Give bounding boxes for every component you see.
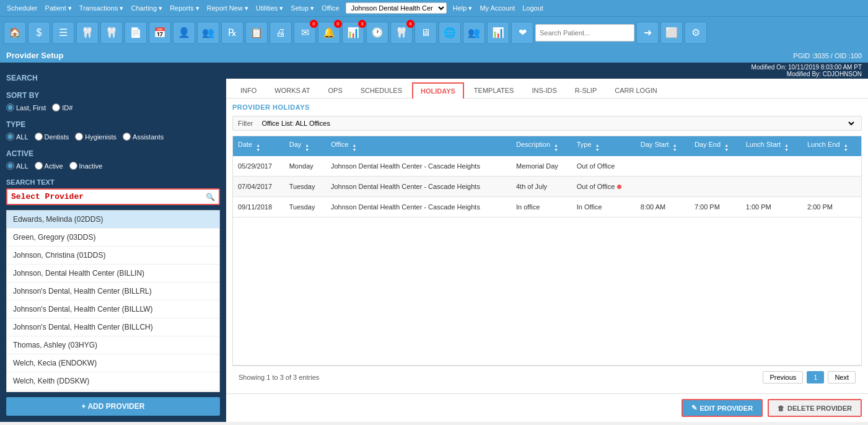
col-description[interactable]: Description ▲▼	[511, 136, 572, 156]
square-icon[interactable]: ⬜	[660, 22, 683, 44]
active-all[interactable]: ALL	[6, 162, 28, 170]
cell-description: Memorial Day	[511, 156, 572, 177]
nav-charting[interactable]: Charting ▾	[128, 3, 165, 14]
pencil-icon: ✎	[691, 404, 697, 412]
provider-item[interactable]: Edwards, Melinda (02DDS)	[7, 211, 219, 229]
previous-button[interactable]: Previous	[763, 371, 803, 383]
table-row[interactable]: 05/29/2017MondayJohnson Dental Health Ce…	[233, 156, 861, 177]
edit-provider-label: EDIT PROVIDER	[700, 405, 753, 412]
table-row[interactable]: 09/11/2018TuesdayJohnson Dental Health C…	[233, 197, 861, 217]
tooth2-icon[interactable]: 🦷	[100, 22, 123, 44]
tab-ops[interactable]: OPS	[320, 82, 351, 98]
provider-item[interactable]: Johnson's Dental, Health Center (BILLCH)	[7, 318, 219, 336]
user-gear-icon[interactable]: ⚙	[685, 22, 707, 44]
col-day[interactable]: Day ▲▼	[284, 136, 326, 156]
nav-my-account[interactable]: My Account	[476, 3, 518, 13]
trash-icon: 🗑	[778, 405, 784, 412]
edit-provider-button[interactable]: ✎ EDIT PROVIDER	[682, 399, 763, 417]
active-active[interactable]: Active	[35, 162, 63, 170]
nav-logout[interactable]: Logout	[519, 3, 546, 13]
type-assistants[interactable]: Assistants	[123, 133, 164, 141]
cell-date: 09/11/2018	[233, 197, 284, 217]
table-body: 05/29/2017MondayJohnson Dental Health Ce…	[233, 156, 861, 217]
col-office[interactable]: Office ▲▼	[326, 136, 511, 156]
nav-utilities[interactable]: Utilities ▾	[253, 3, 287, 14]
nav-patient[interactable]: Patient ▾	[42, 3, 75, 14]
globe-icon[interactable]: 🌐	[439, 22, 461, 44]
col-lunch-start[interactable]: Lunch Start ▲▼	[741, 136, 802, 156]
page-1-button[interactable]: 1	[807, 371, 824, 383]
list-icon[interactable]: ☰	[52, 22, 74, 44]
col-day-start[interactable]: Day Start ▲▼	[636, 136, 690, 156]
nav-transactions[interactable]: Transactions ▾	[76, 3, 127, 14]
nav-report-new[interactable]: Report New ▾	[204, 3, 252, 14]
search-patient-input[interactable]	[535, 24, 634, 42]
cell-lunch-end	[802, 156, 861, 177]
col-date[interactable]: Date ▲▼	[233, 136, 284, 156]
next-button[interactable]: Next	[828, 371, 856, 383]
type-row: ALL Dentists Hygienists Assistants	[6, 133, 220, 141]
col-day-end[interactable]: Day End ▲▼	[690, 136, 741, 156]
person-icon[interactable]: 👤	[173, 22, 195, 44]
home-icon[interactable]: 🏠	[4, 22, 26, 44]
users2-icon[interactable]: 👥	[463, 22, 485, 44]
notes-icon[interactable]: 📋	[245, 22, 268, 44]
mail-icon[interactable]: ✉0	[294, 22, 316, 44]
cell-lunch-start	[741, 156, 802, 177]
arrow-icon[interactable]: ➜	[636, 22, 659, 44]
monitor-icon[interactable]: 🖥	[414, 22, 437, 44]
nav-reports[interactable]: Reports ▾	[167, 3, 203, 14]
table-icon[interactable]: 📊	[487, 22, 509, 44]
doc-icon[interactable]: 📄	[125, 22, 147, 44]
office-dropdown[interactable]: Johnson Dental Health Cer	[346, 2, 447, 14]
search-button[interactable]: 🔍	[202, 190, 219, 204]
add-provider-button[interactable]: + ADD PROVIDER	[6, 397, 220, 416]
printer-icon[interactable]: 🖨	[270, 22, 292, 44]
type-all[interactable]: ALL	[6, 133, 28, 141]
provider-item[interactable]: Green, Gregory (03DDS)	[7, 229, 219, 247]
nav-scheduler[interactable]: Scheduler	[4, 3, 41, 13]
delete-provider-button[interactable]: 🗑 DELETE PROVIDER	[768, 399, 862, 417]
search-provider-input[interactable]	[7, 190, 202, 204]
active-row: ALL Active Inactive	[6, 162, 220, 170]
tab-carrlogin[interactable]: CARR LOGIN	[607, 82, 665, 98]
sort-id[interactable]: ID#	[52, 103, 72, 112]
tab-templates[interactable]: TEMPLATES	[466, 82, 522, 98]
dollar-icon[interactable]: $	[28, 22, 50, 44]
provider-item[interactable]: Johnson's Dental, Health Center (BILLLW)	[7, 300, 219, 318]
bell-icon[interactable]: 🔔0	[318, 22, 340, 44]
calendar-icon[interactable]: 📅	[149, 22, 171, 44]
tab-info[interactable]: INFO	[232, 82, 265, 98]
col-type[interactable]: Type ▲▼	[572, 136, 636, 156]
filter-label: Filter	[238, 120, 253, 127]
tab-insids[interactable]: INS-IDS	[524, 82, 564, 98]
table-row[interactable]: 07/04/2017TuesdayJohnson Dental Health C…	[233, 177, 861, 197]
heart-icon[interactable]: ❤	[511, 22, 533, 44]
provider-item[interactable]: Welch, Keith (DDSKW)	[7, 372, 219, 390]
provider-item[interactable]: Johnson, Christina (01DDS)	[7, 247, 219, 265]
chart-icon[interactable]: 📊3	[342, 22, 364, 44]
clock-icon[interactable]: 🕐	[366, 22, 388, 44]
cell-office: Johnson Dental Health Center - Cascade H…	[326, 156, 511, 177]
persons-icon[interactable]: 👥	[197, 22, 219, 44]
provider-item[interactable]: Welch, Kecia (ENDOKW)	[7, 354, 219, 372]
sort-last-first[interactable]: Last, First	[6, 103, 46, 112]
tab-holidays[interactable]: HOLIDAYS	[412, 82, 464, 99]
col-lunch-end[interactable]: Lunch End ▲▼	[802, 136, 861, 156]
type-hygienists[interactable]: Hygienists	[75, 133, 116, 141]
rx-icon[interactable]: ℞	[221, 22, 243, 44]
office-list-select[interactable]: Office List: ALL Offices	[259, 119, 856, 128]
tab-rslip[interactable]: R-SLIP	[567, 82, 605, 98]
provider-item[interactable]: Johnson, Dental Health Center (BILLIN)	[7, 265, 219, 283]
tab-worksat[interactable]: WORKS AT	[266, 82, 318, 98]
nav-help[interactable]: Help ▾	[450, 3, 476, 14]
cell-office: Johnson Dental Health Center - Cascade H…	[326, 177, 511, 197]
provider-item[interactable]: Thomas, Ashley (03HYG)	[7, 336, 219, 354]
provider-item[interactable]: Johnson's Dental, Health Center (BILLRL)	[7, 283, 219, 300]
active-inactive[interactable]: Inactive	[69, 162, 103, 170]
tooth3-icon[interactable]: 🦷6	[390, 22, 413, 44]
tooth-icon[interactable]: 🦷	[76, 22, 99, 44]
type-dentists[interactable]: Dentists	[35, 133, 69, 141]
tab-schedules[interactable]: SCHEDULES	[353, 82, 410, 98]
nav-setup[interactable]: Setup ▾	[287, 3, 317, 14]
